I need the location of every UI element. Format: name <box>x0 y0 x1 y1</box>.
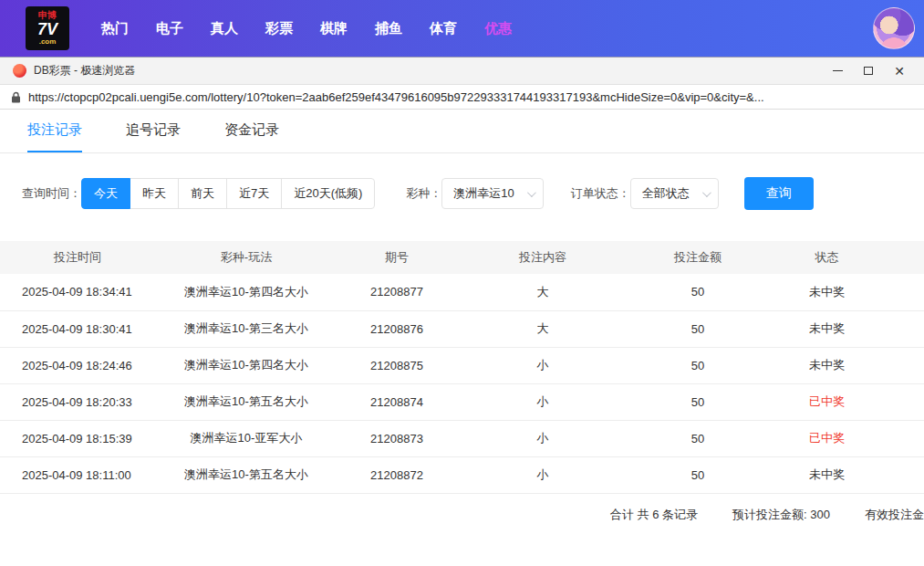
lottery-filter-label: 彩种： <box>406 185 441 202</box>
app-icon <box>13 64 26 78</box>
bet-records-table: 投注时间彩种-玩法期号投注内容投注金额状态 2025-04-09 18:34:4… <box>0 241 924 494</box>
minimize-button[interactable] <box>822 59 853 83</box>
summary-expected-amount: 预计投注金额: 300 <box>732 507 830 523</box>
nav-item-3[interactable]: 彩票 <box>265 20 293 37</box>
nav-item-5[interactable]: 捕鱼 <box>375 20 402 37</box>
cell-content: 小 <box>456 383 629 420</box>
lottery-page: 投注记录追号记录资金记录 查询时间： 今天昨天前天近7天近20天(低频) 彩种：… <box>0 110 924 566</box>
lottery-select-value: 澳洲幸运10 <box>453 185 514 202</box>
cell-game: 澳洲幸运10-第五名大小 <box>155 456 337 493</box>
column-header-1: 彩种-玩法 <box>155 241 337 274</box>
cell-amount: 50 <box>629 274 766 310</box>
cell-game: 澳洲幸运10-第三名大小 <box>155 310 337 347</box>
time-filter-button-1[interactable]: 昨天 <box>130 178 179 209</box>
cell-issue: 21208876 <box>337 310 456 347</box>
cell-amount: 50 <box>629 420 766 456</box>
cell-content: 大 <box>456 274 629 310</box>
cell-status: 未中奖 <box>766 456 924 493</box>
chevron-down-icon <box>702 188 711 197</box>
order-status-select[interactable]: 全部状态 <box>630 178 719 209</box>
close-button[interactable]: ✕ <box>884 59 915 83</box>
cell-content: 小 <box>456 456 629 493</box>
order-status-label: 订单状态： <box>571 185 630 202</box>
site-navbar: 申博 7V .com 热门电子真人彩票棋牌捕鱼体育优惠 <box>0 0 924 57</box>
time-filter-button-4[interactable]: 近20天(低频) <box>281 178 375 209</box>
url-text: https://ctopcp02pcali.uengi5e.com/lotter… <box>28 90 764 104</box>
table-row: 2025-04-09 18:24:46澳洲幸运10-第四名大小21208875小… <box>0 347 924 383</box>
time-filter-label: 查询时间： <box>22 185 81 202</box>
column-header-4: 投注金额 <box>629 241 766 274</box>
user-avatar[interactable] <box>873 7 915 49</box>
cell-issue: 21208877 <box>337 274 456 310</box>
order-status-value: 全部状态 <box>642 185 690 202</box>
cell-game: 澳洲幸运10-亚军大小 <box>155 420 337 456</box>
filter-bar: 查询时间： 今天昨天前天近7天近20天(低频) 彩种： 澳洲幸运10 订单状态：… <box>22 177 902 210</box>
browser-address-bar[interactable]: https://ctopcp02pcali.uengi5e.com/lotter… <box>0 85 924 110</box>
cell-content: 小 <box>456 420 629 456</box>
maximize-icon <box>864 67 873 75</box>
chevron-down-icon <box>527 188 536 197</box>
site-nav-list: 热门电子真人彩票棋牌捕鱼体育优惠 <box>88 20 525 37</box>
browser-title-bar: DB彩票 - 极速浏览器 ✕ <box>0 58 924 85</box>
cell-time: 2025-04-09 18:30:41 <box>0 310 155 347</box>
cell-game: 澳洲幸运10-第四名大小 <box>155 274 337 310</box>
column-header-5: 状态 <box>766 241 924 274</box>
nav-item-1[interactable]: 电子 <box>156 20 183 37</box>
cell-time: 2025-04-09 18:15:39 <box>0 420 155 456</box>
cell-content: 小 <box>456 347 629 383</box>
cell-status: 未中奖 <box>766 274 924 310</box>
window-controls: ✕ <box>822 59 915 83</box>
window-title: DB彩票 - 极速浏览器 <box>34 63 135 79</box>
logo-text-mid: 7V <box>37 21 57 38</box>
table-row: 2025-04-09 18:20:33澳洲幸运10-第五名大小21208874小… <box>0 383 924 420</box>
site-logo[interactable]: 申博 7V .com <box>26 6 69 50</box>
table-row: 2025-04-09 18:30:41澳洲幸运10-第三名大小21208876大… <box>0 310 924 347</box>
cell-amount: 50 <box>629 310 766 347</box>
nav-item-2[interactable]: 真人 <box>211 20 238 37</box>
cell-status: 未中奖 <box>766 347 924 383</box>
cell-amount: 50 <box>629 383 766 420</box>
cell-amount: 50 <box>629 347 766 383</box>
cell-issue: 21208874 <box>337 383 456 420</box>
cell-amount: 50 <box>629 456 766 493</box>
maximize-button[interactable] <box>853 59 884 83</box>
tab-2[interactable]: 资金记录 <box>224 110 279 152</box>
record-tabs: 投注记录追号记录资金记录 <box>0 110 924 153</box>
cell-issue: 21208875 <box>337 347 456 383</box>
logo-text-bottom: .com <box>39 38 57 46</box>
column-header-3: 投注内容 <box>456 241 629 274</box>
close-icon: ✕ <box>894 65 905 78</box>
lock-icon <box>11 91 21 103</box>
cell-time: 2025-04-09 18:20:33 <box>0 383 155 420</box>
cell-status: 已中奖 <box>766 383 924 420</box>
summary-bar: 合计 共 6 条记录 预计投注金额: 300 有效投注金 <box>0 494 924 536</box>
nav-item-4[interactable]: 棋牌 <box>320 20 348 37</box>
cell-game: 澳洲幸运10-第四名大小 <box>155 347 337 383</box>
nav-item-6[interactable]: 体育 <box>430 20 457 37</box>
table-row: 2025-04-09 18:15:39澳洲幸运10-亚军大小21208873小5… <box>0 420 924 456</box>
cell-status: 未中奖 <box>766 310 924 347</box>
nav-item-7[interactable]: 优惠 <box>484 20 512 37</box>
lottery-select[interactable]: 澳洲幸运10 <box>441 178 543 209</box>
browser-window: DB彩票 - 极速浏览器 ✕ https://ctopcp02pcali.uen… <box>0 57 924 566</box>
tab-0[interactable]: 投注记录 <box>27 110 82 152</box>
summary-valid-amount: 有效投注金 <box>865 507 924 523</box>
tab-1[interactable]: 追号记录 <box>126 110 181 152</box>
column-header-2: 期号 <box>337 241 456 274</box>
cell-status: 已中奖 <box>766 420 924 456</box>
table-header-row: 投注时间彩种-玩法期号投注内容投注金额状态 <box>0 241 924 274</box>
column-header-0: 投注时间 <box>0 241 155 274</box>
summary-total: 合计 共 6 条记录 <box>610 507 698 523</box>
query-button[interactable]: 查询 <box>744 177 814 210</box>
time-filter-button-0[interactable]: 今天 <box>81 178 130 209</box>
time-filter-button-2[interactable]: 前天 <box>178 178 227 209</box>
cell-issue: 21208872 <box>337 456 456 493</box>
cell-time: 2025-04-09 18:24:46 <box>0 347 155 383</box>
cell-time: 2025-04-09 18:34:41 <box>0 274 155 310</box>
table-body: 2025-04-09 18:34:41澳洲幸运10-第四名大小21208877大… <box>0 274 924 493</box>
time-filter-button-3[interactable]: 近7天 <box>226 178 282 209</box>
cell-content: 大 <box>456 310 629 347</box>
cell-issue: 21208873 <box>337 420 456 456</box>
minimize-icon <box>833 70 843 71</box>
nav-item-0[interactable]: 热门 <box>101 20 129 37</box>
